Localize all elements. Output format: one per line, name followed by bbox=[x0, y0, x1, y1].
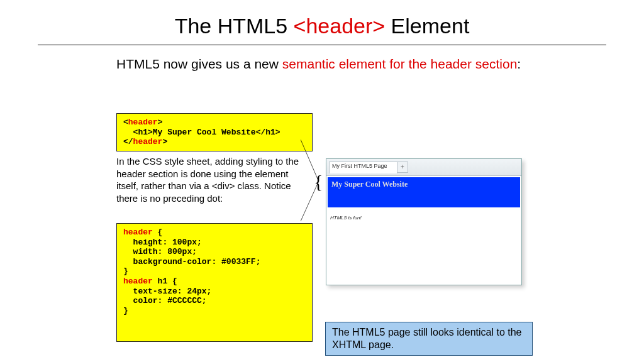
html-code-box: <header> <h1>My Super Cool Website</h1> … bbox=[116, 113, 313, 151]
slide-title: The HTML5 <header> Element bbox=[0, 14, 644, 38]
brace-icon: { bbox=[314, 172, 323, 191]
browser-preview: My First HTML5 Page + My Super Cool Webs… bbox=[326, 158, 522, 285]
rendered-body-text: HTML5 is fun! bbox=[326, 207, 521, 228]
footer-note: The HTML5 page still looks identical to … bbox=[325, 322, 533, 356]
title-divider bbox=[38, 45, 606, 45]
rendered-header-text: My Super Cool Website bbox=[331, 180, 516, 189]
explanation-text: In the CSS style sheet, adding styling t… bbox=[116, 155, 305, 204]
subtitle: HTML5 now gives us a new semantic elemen… bbox=[116, 57, 644, 72]
title-pre: The HTML5 bbox=[175, 14, 294, 38]
rendered-header: My Super Cool Website bbox=[328, 177, 520, 207]
browser-tabbar: My First HTML5 Page + bbox=[326, 159, 521, 176]
plus-icon: + bbox=[397, 162, 408, 173]
title-post: Element bbox=[385, 14, 469, 38]
subtitle-red: semantic element for the header section bbox=[282, 57, 518, 71]
css-code-box: header { height: 100px; width: 800px; ba… bbox=[116, 223, 313, 342]
browser-tab: My First HTML5 Page bbox=[329, 162, 398, 173]
subtitle-pre: HTML5 now gives us a new bbox=[116, 57, 282, 71]
subtitle-post: : bbox=[517, 57, 521, 71]
title-red: <header> bbox=[294, 14, 386, 38]
